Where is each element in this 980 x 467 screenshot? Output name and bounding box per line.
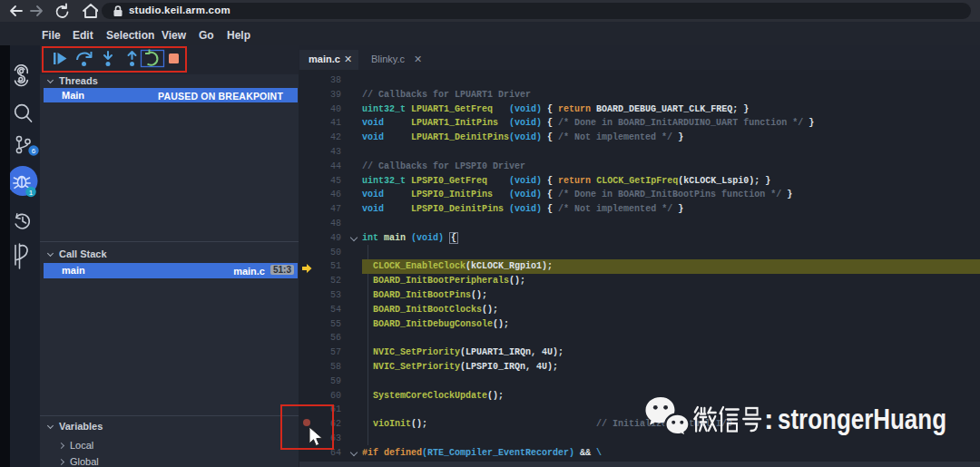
svg-text:6: 6 bbox=[32, 147, 36, 155]
svg-text:1: 1 bbox=[29, 189, 34, 197]
svg-text::: : bbox=[764, 403, 774, 435]
svg-text:strongerHuang: strongerHuang bbox=[778, 403, 946, 435]
